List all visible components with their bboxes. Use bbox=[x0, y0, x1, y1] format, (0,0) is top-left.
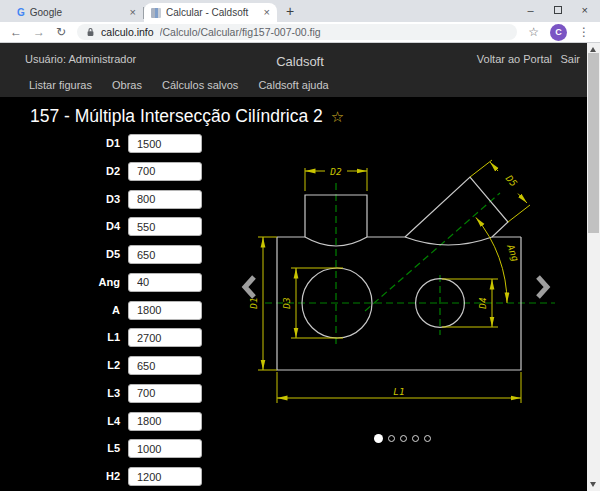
scrollbar[interactable] bbox=[587, 43, 600, 491]
field-row-d3: D3 bbox=[0, 190, 212, 209]
prev-figure-arrow[interactable] bbox=[241, 274, 257, 300]
dim-label-l1: L1 bbox=[393, 386, 404, 397]
nav-calculos-salvos[interactable]: Cálculos salvos bbox=[162, 79, 238, 91]
field-label: L4 bbox=[0, 415, 120, 427]
scrollbar-down-arrow[interactable] bbox=[590, 482, 596, 487]
browser-tab-strip: G Google × Calcular - Caldsoft × + – × bbox=[0, 0, 600, 22]
forward-icon[interactable]: → bbox=[33, 26, 45, 38]
field-row-h2: H2 bbox=[0, 467, 212, 486]
field-row-d1: D1 bbox=[0, 134, 212, 153]
tab-google[interactable]: G Google × bbox=[10, 3, 143, 22]
brand-label: Caldsoft bbox=[276, 54, 324, 69]
field-row-a: A bbox=[0, 301, 212, 320]
field-label: Ang bbox=[0, 276, 120, 288]
bookmark-star-icon[interactable]: ☆ bbox=[528, 25, 539, 39]
dim-label-d4: D4 bbox=[477, 297, 488, 310]
reload-icon[interactable]: ↻ bbox=[56, 26, 66, 38]
url-path: /Calculo/Calcular/fig157-007-00.fig bbox=[160, 26, 321, 38]
pagination-dot-active[interactable] bbox=[374, 434, 383, 443]
field-label: D5 bbox=[0, 248, 120, 260]
field-row-l3: L3 bbox=[0, 384, 212, 403]
field-row-l4: L4 bbox=[0, 412, 212, 431]
tab-caldsoft-active[interactable]: Calcular - Caldsoft × bbox=[144, 3, 277, 22]
centerline-branch-d5 bbox=[365, 193, 500, 311]
field-label: H2 bbox=[0, 470, 120, 482]
tab-close-icon[interactable]: × bbox=[130, 7, 136, 18]
logout-link[interactable]: Sair bbox=[560, 53, 580, 65]
new-tab-button[interactable]: + bbox=[286, 4, 294, 18]
nav-caldsoft-ajuda[interactable]: Caldsoft ajuda bbox=[258, 79, 328, 91]
url-host: calculo.info bbox=[101, 26, 154, 38]
field-input-d1[interactable] bbox=[128, 134, 202, 153]
field-input-d5[interactable] bbox=[128, 245, 202, 264]
field-label: D4 bbox=[0, 220, 120, 232]
pagination-dot[interactable] bbox=[400, 435, 407, 442]
dim-d5-line bbox=[490, 162, 498, 171]
page-title: 157 - Múltipla Intersecção Cilíndrica 2☆ bbox=[30, 106, 344, 127]
field-label: D3 bbox=[0, 193, 120, 205]
field-input-ang[interactable] bbox=[128, 273, 202, 292]
field-label: L2 bbox=[0, 359, 120, 371]
field-input-l5[interactable] bbox=[128, 439, 202, 458]
field-row-d5: D5 bbox=[0, 245, 212, 264]
field-label: L3 bbox=[0, 387, 120, 399]
tab-title: Google bbox=[30, 7, 125, 18]
field-input-d4[interactable] bbox=[128, 217, 202, 236]
dim-label-d2: D2 bbox=[329, 166, 342, 177]
field-label: D2 bbox=[0, 165, 120, 177]
dim-d5-line bbox=[518, 194, 527, 203]
field-input-d2[interactable] bbox=[128, 162, 202, 181]
field-row-ang: Ang bbox=[0, 273, 212, 292]
field-input-l2[interactable] bbox=[128, 356, 202, 375]
technical-drawing: D2 D1 D3 D4 D5 L1 Ang bbox=[230, 140, 585, 460]
tab-title: Calcular - Caldsoft bbox=[166, 7, 259, 18]
field-input-l3[interactable] bbox=[128, 384, 202, 403]
close-button[interactable]: × bbox=[582, 4, 588, 16]
field-input-a[interactable] bbox=[128, 301, 202, 320]
scrollbar-thumb[interactable] bbox=[588, 53, 599, 233]
dim-label-d3: D3 bbox=[281, 297, 292, 310]
google-favicon: G bbox=[17, 7, 25, 18]
favorite-star-icon[interactable]: ☆ bbox=[331, 108, 344, 125]
field-label: L5 bbox=[0, 442, 120, 454]
profile-avatar[interactable]: C bbox=[550, 24, 567, 41]
field-label: A bbox=[0, 304, 120, 316]
field-row-l5: L5 bbox=[0, 439, 212, 458]
minimize-button[interactable]: – bbox=[527, 4, 533, 16]
dim-label-ang: Ang bbox=[505, 242, 522, 263]
scrollbar-up-arrow[interactable] bbox=[590, 47, 596, 52]
figure-pagination bbox=[374, 434, 431, 443]
field-label: D1 bbox=[0, 137, 120, 149]
back-icon[interactable]: ← bbox=[10, 26, 22, 38]
field-row-l1: L1 bbox=[0, 328, 212, 347]
user-label: Usuário: Administrador bbox=[25, 53, 136, 65]
pagination-dot[interactable] bbox=[412, 435, 419, 442]
web-page: Usuário: Administrador Caldsoft Voltar a… bbox=[0, 43, 600, 491]
branch-d5-outline bbox=[405, 177, 508, 237]
nav-obras[interactable]: Obras bbox=[112, 79, 142, 91]
menu-dots-icon[interactable]: ⋮ bbox=[578, 25, 590, 39]
site-header: Usuário: Administrador Caldsoft Voltar a… bbox=[0, 43, 600, 97]
dim-label-d5: D5 bbox=[503, 172, 520, 189]
url-input[interactable]: calculo.info/Calculo/Calcular/fig157-007… bbox=[77, 24, 517, 40]
dim-ang-arc bbox=[476, 218, 507, 304]
lock-icon bbox=[86, 27, 95, 37]
site-nav: Listar figuras Obras Cálculos salvos Cal… bbox=[29, 79, 329, 91]
portal-link[interactable]: Voltar ao Portal bbox=[477, 53, 552, 65]
pagination-dot[interactable] bbox=[424, 435, 431, 442]
field-row-d2: D2 bbox=[0, 162, 212, 181]
pagination-dot[interactable] bbox=[388, 435, 395, 442]
field-input-h2[interactable] bbox=[128, 467, 202, 486]
field-input-l1[interactable] bbox=[128, 328, 202, 347]
next-figure-arrow[interactable] bbox=[535, 274, 551, 300]
field-row-d4: D4 bbox=[0, 217, 212, 236]
address-bar: ← → ↻ calculo.info/Calculo/Calcular/fig1… bbox=[0, 22, 600, 43]
nav-listar-figuras[interactable]: Listar figuras bbox=[29, 79, 92, 91]
field-label: L1 bbox=[0, 331, 120, 343]
field-row-l2: L2 bbox=[0, 356, 212, 375]
maximize-button[interactable] bbox=[554, 6, 562, 14]
caldsoft-favicon bbox=[151, 8, 161, 18]
tab-close-icon[interactable]: × bbox=[264, 7, 270, 18]
field-input-d3[interactable] bbox=[128, 190, 202, 209]
field-input-l4[interactable] bbox=[128, 412, 202, 431]
